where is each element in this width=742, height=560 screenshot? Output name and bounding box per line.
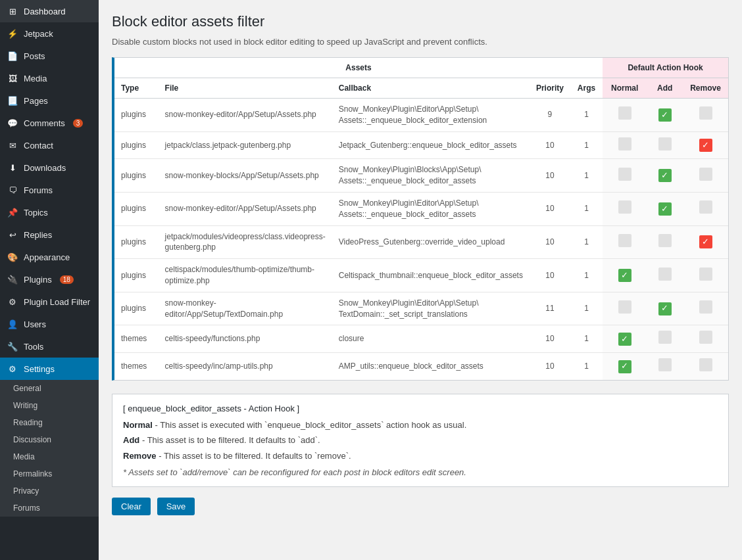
legend-note: * Assets set to `add/remove` can be reco… — [123, 467, 718, 477]
cell-add[interactable]: ✓ — [647, 99, 683, 132]
sidebar-item-plugin-load-filter[interactable]: ⚙ Plugin Load Filter — [0, 291, 99, 313]
cell-add[interactable]: ✓ — [647, 192, 683, 225]
main-content: Block editor assets filter Disable custo… — [99, 0, 742, 560]
cell-normal[interactable]: ✓ — [603, 325, 647, 353]
plugin-load-filter-icon: ⚙ — [7, 296, 18, 308]
cell-args: 1 — [570, 325, 603, 353]
cell-add[interactable]: ✓ — [647, 159, 683, 193]
sidebar-item-label: Plugins — [24, 275, 52, 285]
clear-button[interactable]: Clear — [112, 498, 151, 515]
cell-remove[interactable] — [683, 99, 728, 132]
sidebar-item-label: Jetpack — [24, 29, 53, 39]
sidebar-item-label: Dashboard — [24, 7, 66, 16]
submenu-item-forums[interactable]: Forums — [0, 500, 99, 517]
cell-remove[interactable] — [683, 259, 728, 292]
sidebar-item-replies[interactable]: ↩ Replies — [0, 223, 99, 246]
sidebar-item-posts[interactable]: 📄 Posts — [0, 45, 99, 67]
sidebar-item-contact[interactable]: ✉ Contact — [0, 134, 99, 156]
cell-args: 1 — [570, 259, 603, 292]
assets-table: Assets Default Action Hook Type File Cal… — [114, 58, 728, 380]
save-button[interactable]: Save — [157, 498, 195, 515]
cell-normal[interactable] — [603, 292, 647, 325]
legend-box: [ enqueue_block_editor_assets - Action H… — [112, 394, 729, 488]
col-header-callback: Callback — [332, 78, 530, 99]
submenu-item-privacy[interactable]: Privacy — [0, 482, 99, 500]
action-buttons: Clear Save — [112, 498, 729, 515]
jetpack-icon: ⚡ — [7, 28, 18, 39]
assets-table-container: Assets Default Action Hook Type File Cal… — [112, 57, 729, 381]
sidebar-item-dashboard[interactable]: ⊞ Dashboard — [0, 0, 99, 22]
sidebar-item-users[interactable]: 👤 Users — [0, 313, 99, 335]
table-row: themes celtis-speedy/inc/amp-utils.php A… — [114, 353, 728, 380]
cell-priority: 10 — [530, 131, 570, 159]
cell-type: plugins — [114, 192, 159, 225]
media-icon: 🖼 — [7, 72, 18, 84]
sidebar-item-appearance[interactable]: 🎨 Appearance — [0, 246, 99, 268]
cell-remove[interactable]: ✓ — [683, 131, 728, 159]
assets-group-header: Assets — [114, 58, 603, 78]
sidebar-item-label: Appearance — [24, 252, 70, 262]
cell-add[interactable]: ✓ — [647, 292, 683, 325]
cell-add[interactable] — [647, 259, 683, 292]
replies-icon: ↩ — [7, 229, 18, 241]
cell-type: plugins — [114, 159, 159, 193]
cell-normal[interactable] — [603, 99, 647, 132]
table-row: plugins snow-monkey-editor/App/Setup/Ass… — [114, 99, 728, 132]
legend-remove: Remove - This asset is to be filtered. I… — [123, 450, 718, 463]
sidebar-item-downloads[interactable]: ⬇ Downloads — [0, 156, 99, 179]
cell-priority: 10 — [530, 259, 570, 292]
sidebar-item-forums[interactable]: 🗨 Forums — [0, 179, 99, 201]
submenu-item-permalinks[interactable]: Permalinks — [0, 465, 99, 482]
sidebar-item-pages[interactable]: 📃 Pages — [0, 89, 99, 112]
legend-normal: Normal - This asset is executed with `en… — [123, 419, 718, 432]
submenu-item-reading[interactable]: Reading — [0, 414, 99, 431]
cell-add[interactable] — [647, 131, 683, 159]
cell-type: plugins — [114, 225, 159, 259]
cell-remove[interactable] — [683, 159, 728, 193]
cell-remove[interactable] — [683, 325, 728, 353]
cell-normal[interactable]: ✓ — [603, 353, 647, 380]
cell-remove[interactable]: ✓ — [683, 225, 728, 259]
cell-callback: Snow_Monkey\Plugin\Editor\App\Setup\ Ass… — [332, 99, 530, 132]
cell-normal[interactable] — [603, 131, 647, 159]
cell-priority: 10 — [530, 225, 570, 259]
cell-callback: AMP_utils::enqueue_block_editor_assets — [332, 353, 530, 380]
sidebar-item-label: Forums — [24, 185, 53, 195]
page-title: Block editor assets filter — [112, 13, 729, 30]
cell-add[interactable] — [647, 225, 683, 259]
submenu-item-discussion[interactable]: Discussion — [0, 431, 99, 448]
cell-normal[interactable] — [603, 159, 647, 193]
sidebar-item-comments[interactable]: 💬 Comments 3 — [0, 112, 99, 134]
default-action-group-header: Default Action Hook — [603, 58, 728, 78]
cell-priority: 10 — [530, 353, 570, 380]
sidebar-item-label: Topics — [24, 208, 48, 218]
col-header-add: Add — [647, 78, 683, 99]
cell-normal[interactable]: ✓ — [603, 259, 647, 292]
cell-add[interactable] — [647, 353, 683, 380]
sidebar-item-settings[interactable]: ⚙ Settings — [0, 358, 99, 380]
cell-add[interactable] — [647, 325, 683, 353]
cell-args: 1 — [570, 159, 603, 193]
cell-args: 1 — [570, 192, 603, 225]
cell-priority: 10 — [530, 192, 570, 225]
cell-normal[interactable] — [603, 225, 647, 259]
submenu-item-general[interactable]: General — [0, 380, 99, 397]
cell-args: 1 — [570, 131, 603, 159]
sidebar-item-plugins[interactable]: 🔌 Plugins 18 — [0, 268, 99, 291]
cell-callback: Snow_Monkey\Plugin\Editor\App\Setup\ Ass… — [332, 192, 530, 225]
cell-remove[interactable] — [683, 353, 728, 380]
submenu-item-media[interactable]: Media — [0, 448, 99, 465]
submenu-item-writing[interactable]: Writing — [0, 397, 99, 414]
cell-file: snow-monkey-blocks/App/Setup/Assets.php — [159, 159, 332, 193]
cell-file: snow-monkey-editor/App/Setup/Assets.php — [159, 192, 332, 225]
sidebar-item-tools[interactable]: 🔧 Tools — [0, 335, 99, 358]
cell-normal[interactable] — [603, 192, 647, 225]
cell-remove[interactable] — [683, 292, 728, 325]
sidebar-item-jetpack[interactable]: ⚡ Jetpack — [0, 22, 99, 45]
sidebar-item-topics[interactable]: 📌 Topics — [0, 201, 99, 223]
sidebar-item-media[interactable]: 🖼 Media — [0, 67, 99, 89]
sidebar-item-label: Tools — [24, 342, 43, 352]
cell-callback: Jetpack_Gutenberg::enqueue_block_editor_… — [332, 131, 530, 159]
sidebar-item-label: Settings — [24, 364, 55, 374]
cell-remove[interactable] — [683, 192, 728, 225]
